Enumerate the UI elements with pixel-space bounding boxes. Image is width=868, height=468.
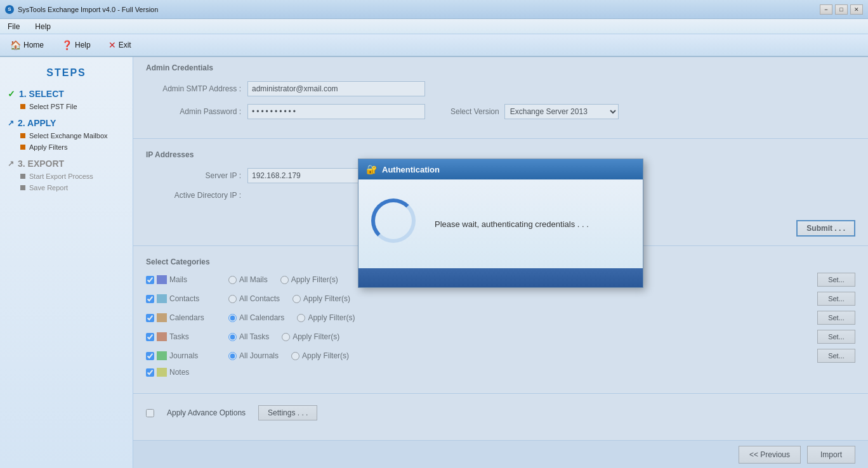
step1-label: 1. SELECT bbox=[19, 89, 64, 99]
steps-title: STEPS bbox=[8, 67, 125, 79]
home-icon: 🏠 bbox=[10, 40, 21, 50]
close-button[interactable]: ✕ bbox=[850, 4, 863, 15]
menu-help[interactable]: Help bbox=[32, 21, 53, 32]
step2-header: ↗ 2. APPLY bbox=[8, 118, 125, 128]
menu-file[interactable]: File bbox=[5, 21, 22, 32]
step1-header: ✓ 1. SELECT bbox=[8, 89, 125, 99]
modal-title: Authentication bbox=[382, 165, 440, 174]
step3-header: ↗ 3. EXPORT bbox=[8, 159, 125, 169]
sidebar-item-start-export: Start Export Process bbox=[20, 172, 125, 180]
dot-gray-icon bbox=[20, 185, 25, 190]
select-mailbox-label: Select Exchange Mailbox bbox=[29, 132, 108, 140]
modal-body: Please wait, authenticating credentials … bbox=[358, 179, 643, 268]
step3-item: ↗ 3. EXPORT Start Export Process Save Re… bbox=[8, 159, 125, 192]
title-bar: S SysTools Exchange Import v4.0 - Full V… bbox=[0, 0, 868, 19]
dot-icon bbox=[20, 104, 25, 109]
step3-sub-items: Start Export Process Save Report bbox=[20, 172, 125, 192]
save-report-label: Save Report bbox=[29, 184, 68, 192]
start-export-label: Start Export Process bbox=[29, 172, 93, 180]
step1-item: ✓ 1. SELECT Select PST File bbox=[8, 89, 125, 110]
help-button[interactable]: ❓ Help bbox=[58, 39, 95, 51]
dot-icon bbox=[20, 145, 25, 150]
app-icon: S bbox=[5, 5, 14, 14]
dot-icon bbox=[20, 133, 25, 138]
step2-item: ↗ 2. APPLY Select Exchange Mailbox Apply… bbox=[8, 118, 125, 151]
step1-sub-items: Select PST File bbox=[20, 103, 125, 110]
content-area: Admin Credentials Admin SMTP Address : A… bbox=[133, 57, 868, 468]
exit-button[interactable]: ✕ Exit bbox=[105, 39, 135, 51]
window-title: SysTools Exchange Import v4.0 - Full Ver… bbox=[18, 6, 158, 13]
sidebar-item-save-report: Save Report bbox=[20, 184, 125, 192]
modal-header: 🔐 Authentication bbox=[358, 159, 643, 179]
step1-check-icon: ✓ bbox=[8, 89, 15, 99]
sidebar-item-apply-filters[interactable]: Apply Filters bbox=[20, 143, 125, 151]
help-icon: ❓ bbox=[62, 40, 72, 50]
step2-sub-items: Select Exchange Mailbox Apply Filters bbox=[20, 132, 125, 151]
modal-overlay: 🔐 Authentication Please wait, authentica… bbox=[133, 57, 868, 468]
dot-gray-icon bbox=[20, 174, 25, 179]
step3-arrow-icon: ↗ bbox=[8, 159, 14, 168]
sidebar: STEPS ✓ 1. SELECT Select PST File ↗ 2. A… bbox=[0, 57, 133, 468]
content-wrapper: Admin Credentials Admin SMTP Address : A… bbox=[133, 57, 868, 468]
spinner-container bbox=[371, 198, 422, 249]
sidebar-item-select-pst[interactable]: Select PST File bbox=[20, 103, 125, 110]
step3-label: 3. EXPORT bbox=[18, 159, 64, 169]
exit-label: Exit bbox=[119, 41, 131, 49]
authentication-modal: 🔐 Authentication Please wait, authentica… bbox=[358, 159, 643, 288]
home-label: Home bbox=[23, 41, 44, 49]
home-button[interactable]: 🏠 Home bbox=[6, 39, 48, 51]
sidebar-item-select-mailbox[interactable]: Select Exchange Mailbox bbox=[20, 132, 125, 140]
lock-icon: 🔐 bbox=[366, 164, 377, 174]
restore-button[interactable]: □ bbox=[835, 4, 848, 15]
help-label: Help bbox=[75, 41, 91, 49]
modal-message: Please wait, authenticating credentials … bbox=[435, 219, 630, 229]
toolbar: 🏠 Home ❓ Help ✕ Exit bbox=[0, 34, 868, 57]
loading-spinner bbox=[371, 198, 416, 243]
minimize-button[interactable]: − bbox=[820, 4, 832, 15]
select-pst-label: Select PST File bbox=[29, 103, 77, 110]
menu-bar: File Help bbox=[0, 19, 868, 34]
main-layout: STEPS ✓ 1. SELECT Select PST File ↗ 2. A… bbox=[0, 57, 868, 468]
modal-footer bbox=[358, 268, 643, 287]
apply-filters-label: Apply Filters bbox=[29, 143, 68, 151]
exit-icon: ✕ bbox=[109, 40, 116, 50]
step2-arrow-icon: ↗ bbox=[8, 119, 14, 127]
step2-label: 2. APPLY bbox=[18, 118, 56, 128]
